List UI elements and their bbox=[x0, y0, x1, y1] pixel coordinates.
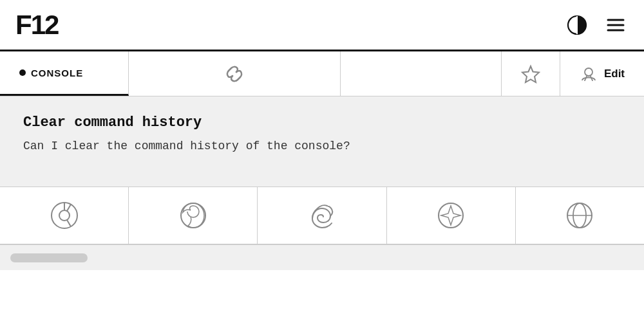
scroll-track[interactable] bbox=[10, 253, 88, 262]
header-actions bbox=[564, 12, 629, 38]
browser-row bbox=[0, 187, 644, 244]
edge-browser-cell[interactable] bbox=[258, 187, 386, 244]
hamburger-menu-icon[interactable] bbox=[603, 12, 629, 38]
safari-icon bbox=[436, 201, 466, 230]
console-tab-label: CONSOLE bbox=[31, 68, 83, 78]
active-dot bbox=[19, 69, 26, 76]
svg-point-6 bbox=[585, 68, 592, 76]
content-body: Can I clear the command history of the c… bbox=[23, 140, 621, 152]
tab-bar: CONSOLE Edit bbox=[0, 51, 644, 96]
firefox-browser-cell[interactable] bbox=[129, 187, 258, 244]
header: F12 bbox=[0, 0, 644, 51]
svg-line-11 bbox=[67, 220, 71, 226]
logo: F12 bbox=[15, 10, 58, 41]
firefox-icon bbox=[178, 201, 208, 230]
content-title: Clear command history bbox=[23, 114, 621, 131]
tab-spacer bbox=[341, 51, 500, 96]
edit-label: Edit bbox=[604, 68, 625, 80]
github-icon bbox=[580, 65, 598, 83]
chrome-browser-cell[interactable] bbox=[0, 187, 129, 244]
star-tab[interactable] bbox=[501, 51, 560, 96]
theme-toggle-icon[interactable] bbox=[564, 12, 590, 38]
link-tab[interactable] bbox=[129, 51, 341, 96]
star-icon bbox=[521, 64, 540, 84]
console-tab[interactable]: CONSOLE bbox=[0, 51, 129, 96]
link-icon bbox=[224, 64, 245, 84]
svg-marker-14 bbox=[441, 206, 460, 225]
svg-marker-5 bbox=[522, 66, 539, 82]
content-area: Clear command history Can I clear the co… bbox=[0, 96, 644, 187]
svg-line-10 bbox=[67, 205, 71, 211]
edge-icon bbox=[307, 201, 337, 230]
opera-icon bbox=[565, 201, 594, 230]
svg-point-8 bbox=[59, 210, 70, 221]
bottom-bar bbox=[0, 244, 644, 270]
chrome-icon bbox=[50, 201, 79, 230]
safari-browser-cell[interactable] bbox=[387, 187, 516, 244]
opera-browser-cell[interactable] bbox=[516, 187, 644, 244]
edit-tab[interactable]: Edit bbox=[560, 51, 644, 96]
